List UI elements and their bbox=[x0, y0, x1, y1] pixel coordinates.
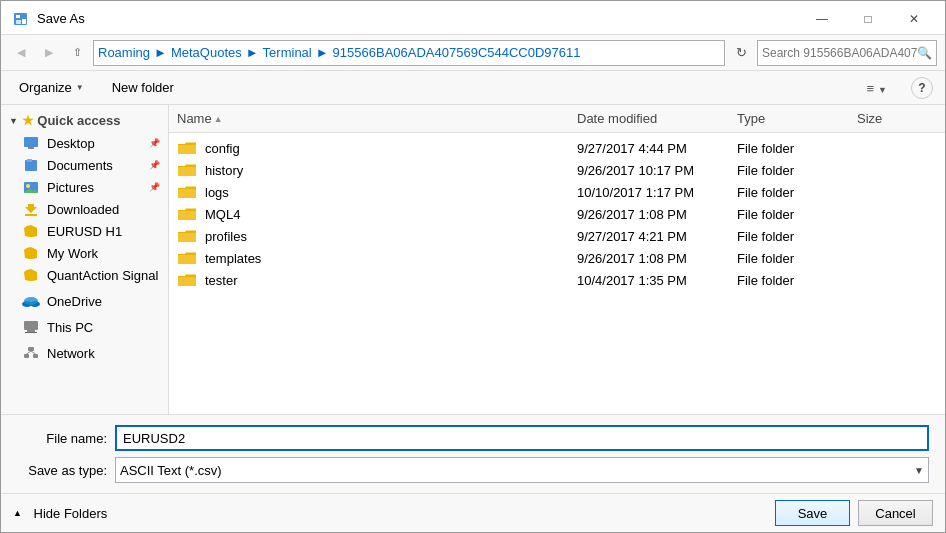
crumb-terminal[interactable]: Terminal bbox=[263, 45, 312, 60]
cancel-button[interactable]: Cancel bbox=[858, 500, 933, 526]
svg-rect-20 bbox=[33, 354, 38, 358]
sidebar-item-network[interactable]: Network bbox=[1, 342, 168, 364]
refresh-button[interactable]: ↻ bbox=[729, 40, 753, 66]
filename-input[interactable] bbox=[115, 425, 929, 451]
filename-label: File name: bbox=[17, 431, 107, 446]
search-input[interactable] bbox=[762, 46, 917, 60]
view-options-button[interactable]: ≡ ▼ bbox=[867, 80, 887, 96]
svg-rect-11 bbox=[25, 214, 37, 216]
close-button[interactable]: ✕ bbox=[891, 4, 937, 34]
sidebar-item-eurusd[interactable]: EURUSD H1 bbox=[1, 220, 168, 242]
title-bar-icon bbox=[13, 11, 29, 27]
quick-access-label: Quick access bbox=[37, 113, 120, 128]
file-date: 9/26/2017 1:08 PM bbox=[577, 207, 737, 222]
crumb-roaming[interactable]: Roaming bbox=[98, 45, 150, 60]
sidebar-item-quantaction[interactable]: QuantAction Signal bbox=[1, 264, 168, 286]
table-row[interactable]: tester 10/4/2017 1:35 PM File folder bbox=[169, 269, 945, 291]
sidebar-item-mywork[interactable]: My Work bbox=[1, 242, 168, 264]
file-type: File folder bbox=[737, 229, 857, 244]
file-date: 9/26/2017 1:08 PM bbox=[577, 251, 737, 266]
sidebar-item-onedrive[interactable]: OneDrive bbox=[1, 290, 168, 312]
file-name: templates bbox=[205, 251, 577, 266]
footer: ▲ Hide Folders Save Cancel bbox=[1, 493, 945, 532]
col-header-name[interactable]: Name ▲ bbox=[177, 111, 577, 126]
documents-icon bbox=[21, 157, 41, 173]
crumb-id[interactable]: 915566BA06ADA407569C544CC0D97611 bbox=[333, 45, 581, 60]
svg-point-14 bbox=[24, 297, 38, 305]
svg-rect-26 bbox=[178, 211, 196, 220]
svg-rect-15 bbox=[24, 321, 38, 330]
svg-rect-23 bbox=[178, 145, 196, 154]
file-type: File folder bbox=[737, 185, 857, 200]
hide-folders-container: ▲ Hide Folders bbox=[13, 506, 775, 521]
table-row[interactable]: templates 9/26/2017 1:08 PM File folder bbox=[169, 247, 945, 269]
onedrive-icon bbox=[21, 293, 41, 309]
bottom-panel: File name: Save as type: ASCII Text (*.c… bbox=[1, 414, 945, 493]
footer-row: ▲ Hide Folders Save Cancel bbox=[1, 493, 945, 532]
file-name: tester bbox=[205, 273, 577, 288]
address-crumbs: Roaming ► MetaQuotes ► Terminal ► 915566… bbox=[98, 45, 581, 60]
folder-icon bbox=[177, 206, 197, 222]
eurusd-icon bbox=[21, 223, 41, 239]
svg-rect-4 bbox=[24, 137, 38, 147]
col-header-size[interactable]: Size bbox=[857, 111, 937, 126]
svg-rect-2 bbox=[22, 19, 26, 24]
minimize-button[interactable]: — bbox=[799, 4, 845, 34]
table-row[interactable]: profiles 9/27/2017 4:21 PM File folder bbox=[169, 225, 945, 247]
sidebar-item-desktop[interactable]: Desktop 📌 bbox=[1, 132, 168, 154]
file-name: config bbox=[205, 141, 577, 156]
file-date: 10/4/2017 1:35 PM bbox=[577, 273, 737, 288]
sidebar-item-documents[interactable]: Documents 📌 bbox=[1, 154, 168, 176]
quick-access-star-icon: ★ bbox=[22, 113, 34, 128]
sidebar-item-thispc[interactable]: This PC bbox=[1, 316, 168, 338]
new-folder-button[interactable]: New folder bbox=[106, 78, 180, 97]
back-button[interactable]: ◀ bbox=[9, 41, 33, 65]
crumb-metaquotes[interactable]: MetaQuotes bbox=[171, 45, 242, 60]
file-date: 9/27/2017 4:21 PM bbox=[577, 229, 737, 244]
sidebar-item-pictures[interactable]: Pictures 📌 bbox=[1, 176, 168, 198]
col-header-type[interactable]: Type bbox=[737, 111, 857, 126]
table-row[interactable]: config 9/27/2017 4:44 PM File folder bbox=[169, 137, 945, 159]
organize-label: Organize bbox=[19, 80, 72, 95]
address-bar[interactable]: Roaming ► MetaQuotes ► Terminal ► 915566… bbox=[93, 40, 725, 66]
hide-folders-button[interactable]: ▲ Hide Folders bbox=[13, 506, 107, 521]
svg-rect-24 bbox=[178, 167, 196, 176]
svg-rect-25 bbox=[178, 189, 196, 198]
desktop-label: Desktop bbox=[47, 136, 95, 151]
navigation-toolbar: ◀ ▶ ⇧ Roaming ► MetaQuotes ► Terminal ► … bbox=[1, 35, 945, 71]
quantaction-icon bbox=[21, 267, 41, 283]
up-button[interactable]: ⇧ bbox=[65, 41, 89, 65]
documents-pin-icon: 📌 bbox=[149, 160, 160, 170]
hide-folders-chevron: ▲ bbox=[13, 508, 22, 518]
file-name: MQL4 bbox=[205, 207, 577, 222]
search-box[interactable]: 🔍 bbox=[757, 40, 937, 66]
main-area: ▼ ★ Quick access Desktop 📌 Documents bbox=[1, 105, 945, 414]
svg-point-9 bbox=[26, 184, 30, 188]
help-button[interactable]: ? bbox=[911, 77, 933, 99]
svg-rect-1 bbox=[16, 15, 20, 18]
quick-access-header[interactable]: ▼ ★ Quick access bbox=[1, 109, 168, 132]
organize-button[interactable]: Organize ▼ bbox=[13, 78, 90, 97]
onedrive-label: OneDrive bbox=[47, 294, 102, 309]
savetype-select[interactable]: ASCII Text (*.csv) bbox=[120, 463, 924, 478]
col-header-date[interactable]: Date modified bbox=[577, 111, 737, 126]
file-date: 9/27/2017 4:44 PM bbox=[577, 141, 737, 156]
savetype-select-container[interactable]: ASCII Text (*.csv) ▼ bbox=[115, 457, 929, 483]
file-name: history bbox=[205, 163, 577, 178]
file-name: profiles bbox=[205, 229, 577, 244]
table-row[interactable]: history 9/26/2017 10:17 PM File folder bbox=[169, 159, 945, 181]
thispc-section: This PC bbox=[1, 316, 168, 338]
save-button[interactable]: Save bbox=[775, 500, 850, 526]
thispc-label: This PC bbox=[47, 320, 93, 335]
file-type: File folder bbox=[737, 141, 857, 156]
table-row[interactable]: logs 10/10/2017 1:17 PM File folder bbox=[169, 181, 945, 203]
pictures-icon bbox=[21, 179, 41, 195]
pictures-pin-icon: 📌 bbox=[149, 182, 160, 192]
forward-button[interactable]: ▶ bbox=[37, 41, 61, 65]
svg-rect-27 bbox=[178, 233, 196, 242]
sidebar-item-downloaded[interactable]: Downloaded bbox=[1, 198, 168, 220]
folder-icon bbox=[177, 250, 197, 266]
table-row[interactable]: MQL4 9/26/2017 1:08 PM File folder bbox=[169, 203, 945, 225]
maximize-button[interactable]: □ bbox=[845, 4, 891, 34]
svg-rect-7 bbox=[27, 159, 32, 162]
